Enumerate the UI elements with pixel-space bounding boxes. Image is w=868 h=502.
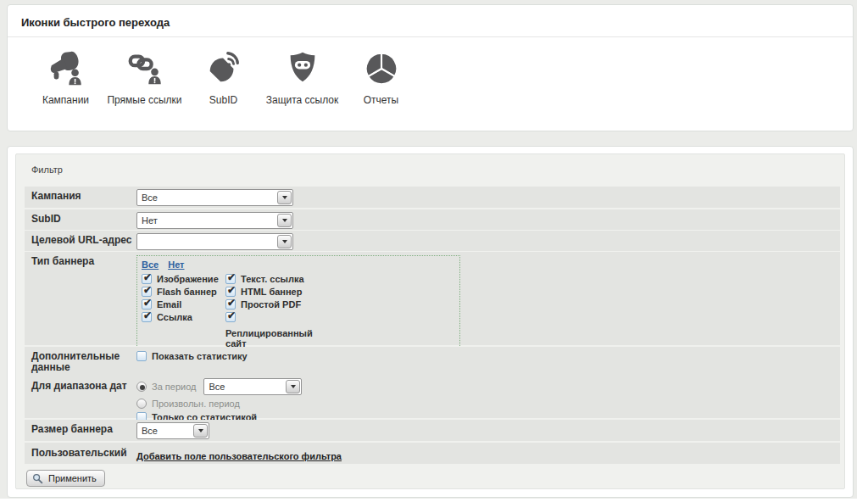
campaign-label: Кампания	[25, 187, 136, 208]
period-select-value: Все	[209, 382, 225, 392]
quick-access-item-campaigns[interactable]: Кампании	[26, 49, 105, 106]
chevron-down-icon	[282, 196, 287, 199]
banner-type-select-all-link[interactable]: Все	[142, 259, 159, 270]
banner-type-box: Все Нет Изображение Flash баннер Email С…	[136, 255, 460, 356]
checkbox-link[interactable]	[142, 312, 152, 322]
quick-access-panel: Иконки быстрого перехода Кампании	[7, 4, 854, 131]
checkbox-show-statistics[interactable]	[136, 351, 147, 361]
target-url-label: Целевой URL-адрес	[25, 231, 136, 251]
filter-row-banner-type: Тип баннера Все Нет Изображение Flash ба…	[25, 252, 840, 345]
checkbox-simple-pdf[interactable]	[225, 299, 236, 310]
quick-access-label[interactable]: Прямые ссылки	[107, 94, 181, 106]
quick-access-item-direct-links[interactable]: Прямые ссылки	[105, 49, 184, 106]
shield-link-icon	[283, 49, 322, 88]
checkbox-replicated-site[interactable]	[225, 312, 236, 322]
checkbox-html-banner-label: HTML баннер	[241, 287, 302, 297]
megaphone-icon	[47, 49, 86, 88]
banner-type-label: Тип баннера	[25, 252, 136, 345]
banner-type-column-1: Изображение Flash баннер Email Ссылка	[142, 274, 225, 349]
filter-row-custom: Пользовательский Добавить поле пользоват…	[25, 443, 840, 464]
quick-access-label[interactable]: Отчеты	[364, 94, 398, 106]
checkbox-flash-banner[interactable]	[142, 287, 152, 297]
banner-size-select-value: Все	[142, 426, 158, 436]
search-icon	[32, 473, 43, 484]
checkbox-text-link[interactable]	[225, 274, 236, 284]
chevron-down-icon	[291, 385, 296, 388]
checkbox-html-banner[interactable]	[225, 287, 236, 297]
filter-row-target-url: Целевой URL-адрес	[25, 231, 840, 251]
date-range-label: Для диапазона дат	[25, 378, 136, 422]
chevron-down-icon	[282, 219, 287, 222]
radio-for-period-label: За период	[152, 382, 196, 392]
target-url-select-dropdown-button[interactable]	[277, 235, 292, 248]
checkbox-text-link-label: Текст. ссылка	[241, 274, 304, 284]
filter-row-additional-and-dates: Дополнительные данные Показать статистик…	[25, 347, 840, 418]
quick-access-label[interactable]: Кампании	[42, 94, 89, 106]
page-background: Иконки быстрого перехода Кампании	[0, 0, 857, 499]
satellite-dish-icon	[204, 49, 243, 88]
period-select-dropdown-button[interactable]	[286, 380, 300, 393]
quick-access-item-reports[interactable]: Отчеты	[342, 49, 420, 106]
filter-row-subid: SubID Нет	[25, 209, 840, 230]
target-url-select[interactable]	[136, 233, 293, 250]
additional-data-label: Дополнительные данные	[25, 347, 136, 373]
campaign-select[interactable]: Все	[136, 189, 293, 206]
banner-size-label: Размер баннера	[25, 420, 136, 441]
radio-custom-period-label: Произвольн. период	[152, 399, 240, 409]
checkbox-simple-pdf-label: Простой PDF	[241, 299, 301, 310]
apply-button[interactable]: Применить	[26, 470, 105, 487]
filter-inner-panel: Фильтр Кампания Все SubID Нет	[15, 153, 845, 489]
campaign-select-value: Все	[142, 192, 158, 203]
radio-for-period[interactable]	[136, 382, 147, 392]
banner-type-column-2: Текст. ссылка HTML баннер Простой PDF Ре…	[225, 274, 319, 349]
subid-select-value: Нет	[142, 215, 158, 226]
quick-access-item-subid[interactable]: SubID	[184, 49, 263, 106]
chevron-down-icon	[282, 240, 287, 243]
period-select[interactable]: Все	[203, 378, 302, 395]
checkbox-email-label: Email	[157, 299, 181, 310]
quick-access-item-link-protection[interactable]: Защита ссылок	[263, 49, 342, 106]
checkbox-flash-banner-label: Flash баннер	[157, 287, 217, 297]
filter-panel: Фильтр Кампания Все SubID Нет	[7, 146, 854, 498]
filter-row-campaign: Кампания Все	[25, 187, 840, 208]
checkbox-image-label: Изображение	[157, 274, 219, 284]
subid-select[interactable]: Нет	[136, 212, 293, 229]
banner-size-select[interactable]: Все	[136, 422, 209, 439]
checkbox-replicated-site-label: Реплицированный сайт	[225, 328, 319, 349]
checkbox-image[interactable]	[142, 274, 152, 284]
subid-label: SubID	[25, 209, 136, 230]
checkbox-show-statistics-label: Показать статистику	[152, 351, 248, 361]
add-custom-filter-field-link[interactable]: Добавить поле пользовательского фильтра	[136, 451, 342, 461]
banner-size-select-dropdown-button[interactable]	[193, 424, 208, 438]
subid-select-dropdown-button[interactable]	[277, 214, 292, 227]
quick-access-label[interactable]: Защита ссылок	[266, 94, 339, 106]
quick-access-label[interactable]: SubID	[209, 94, 237, 106]
chevron-down-icon	[198, 429, 203, 432]
quick-access-row: Кампании	[26, 49, 853, 106]
pie-chart-icon	[362, 49, 401, 88]
campaign-select-dropdown-button[interactable]	[277, 191, 292, 204]
radio-custom-period[interactable]	[136, 399, 147, 409]
custom-filter-label: Пользовательский	[25, 443, 136, 464]
banner-type-select-none-link[interactable]: Нет	[168, 259, 184, 270]
checkbox-link-label: Ссылка	[157, 312, 192, 322]
checkbox-email[interactable]	[142, 299, 152, 310]
apply-button-label: Применить	[48, 473, 97, 483]
quick-access-title: Иконки быстрого перехода	[8, 5, 853, 37]
filter-title: Фильтр	[31, 165, 63, 175]
filter-row-banner-size: Размер баннера Все	[25, 420, 840, 441]
chain-link-icon	[125, 49, 164, 88]
